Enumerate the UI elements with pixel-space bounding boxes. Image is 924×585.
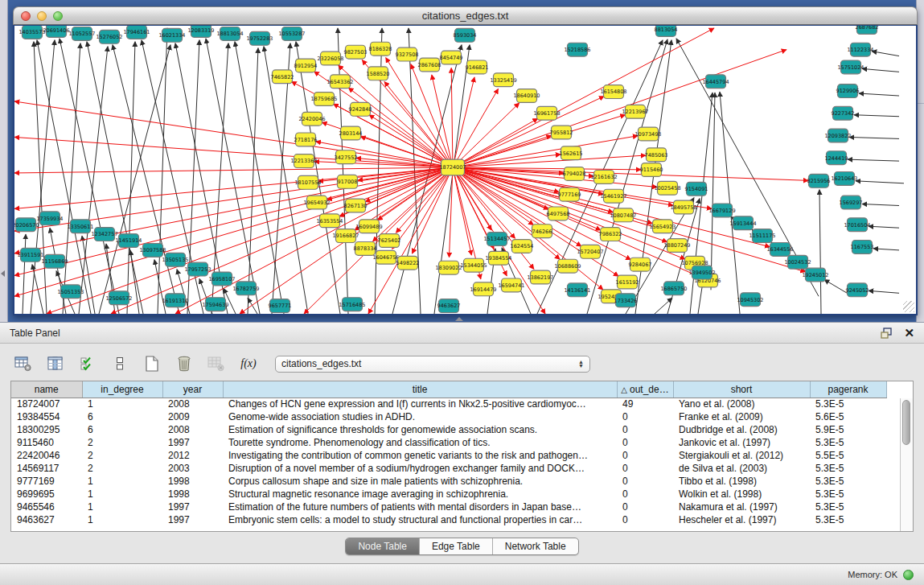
graph-node[interactable]: 19654932 [303,196,330,209]
graph-edge[interactable] [872,51,899,56]
table-cell[interactable]: 9699695 [11,488,82,501]
graph-node[interactable]: 7955812 [550,126,573,139]
graph-node[interactable]: 1562615 [560,146,583,160]
graph-node[interactable]: 11451914 [115,234,142,248]
graph-node[interactable]: 9827503 [344,45,368,59]
table-cell[interactable]: 0 [617,462,673,475]
table-cell[interactable]: 5.6E-5 [810,410,886,423]
graph-node[interactable]: 2867608 [418,58,441,72]
delete-table-icon[interactable] [206,354,227,373]
graph-node[interactable]: 16914479 [470,282,496,296]
table-cell[interactable]: Tibbo et al. (1998) [673,475,810,488]
graph-node[interactable]: 15654923 [649,220,676,233]
column-header-year[interactable]: year [162,381,223,398]
graph-node[interactable]: 12342757 [91,228,117,241]
graph-node[interactable]: 3427552 [335,150,358,164]
graph-node[interactable]: 17946161 [123,26,150,39]
graph-edge[interactable] [14,137,453,167]
graph-node[interactable]: 9227342 [832,106,855,120]
graph-node[interactable]: 15751024 [837,60,864,74]
graph-node[interactable]: 917008 [338,175,358,188]
graph-node[interactable]: 10973493 [634,127,661,141]
table-cell[interactable]: Dudbridge et al. (2008) [673,423,810,436]
graph-edge[interactable] [856,181,904,183]
close-window-icon[interactable] [21,11,31,21]
graph-node[interactable]: 15913444 [729,216,756,230]
graph-node[interactable]: 13505135 [162,253,188,266]
graph-node[interactable]: 15461927 [600,189,626,203]
graph-edge[interactable] [720,92,740,314]
graph-edge[interactable] [14,167,453,208]
table-cell[interactable]: Investigating the contribution of common… [223,449,617,462]
graph-node[interactable]: 16344556 [766,242,793,256]
graph-node[interactable]: 7625402 [378,234,401,248]
graph-node[interactable]: 8267130 [344,199,368,212]
graph-node[interactable]: 9154091 [685,182,708,196]
scrollbar-thumb[interactable] [902,400,910,445]
row-height-icon[interactable] [109,354,130,373]
graph-node[interactable]: 8813054 [655,26,678,36]
graph-edge[interactable] [450,167,453,257]
graph-node[interactable]: 2687682 [856,26,879,34]
graph-node[interactable]: 17594639 [202,298,228,311]
graph-node[interactable]: 18309022 [435,261,462,274]
graph-node[interactable]: 12213363 [290,154,317,168]
table-cell[interactable]: 0 [617,449,673,462]
graph-node[interactable]: 9115460 [640,163,663,177]
graph-edge[interactable] [50,228,66,314]
table-cell[interactable]: 0 [617,436,673,449]
table-cell[interactable]: 18300295 [11,423,82,436]
table-options-icon[interactable] [13,354,34,373]
graph-node[interactable]: 16958107 [208,272,235,286]
resize-grip[interactable] [903,301,914,312]
table-cell[interactable]: Estimation of the future numbers of pati… [223,501,617,513]
table-cell[interactable]: 9115460 [11,436,82,449]
graph-edge[interactable] [338,28,348,314]
column-header-pagerank[interactable]: pagerank [810,381,886,398]
tab-edge-table[interactable]: Edge Table [420,538,493,554]
table-cell[interactable]: 2009 [162,410,223,423]
table-row[interactable]: 969969511998Structural magnetic resonanc… [11,488,886,501]
table-cell[interactable]: Estimation of significance thresholds fo… [223,423,617,436]
table-cell[interactable]: 2 [82,436,162,449]
graph-edge[interactable] [819,190,821,314]
table-cell[interactable]: Structural magnetic resonance image aver… [223,488,617,501]
graph-node[interactable]: 8912954 [294,59,318,72]
graph-node[interactable]: 20206570 [14,218,39,232]
graph-node[interactable]: 13949502 [688,266,715,279]
graph-node[interactable]: 18724007 [439,159,466,175]
column-header-in_degree[interactable]: in_degree [82,381,162,398]
graph-node[interactable]: 16679129 [708,204,735,217]
graph-edge[interactable] [862,204,899,206]
graph-node[interactable]: 9284067 [629,257,652,271]
graph-node[interactable]: 19166827 [332,229,359,243]
float-panel-icon[interactable] [881,328,893,339]
graph-node[interactable]: 8878334 [354,242,377,256]
graph-edge[interactable] [711,93,715,290]
table-cell[interactable]: Nakamura et al. (1997) [673,501,810,513]
graph-node[interactable]: 13097588 [139,243,166,257]
graph-node[interactable]: 8593034 [454,28,477,42]
table-cell[interactable]: 2003 [162,462,223,475]
table-cell[interactable]: 0 [617,501,673,513]
table-cell[interactable]: 5.3E-5 [810,488,886,501]
graph-node[interactable]: 18107554 [294,175,321,189]
graph-node[interactable]: 746266 [532,225,552,238]
graph-node[interactable]: 19384554 [485,251,511,265]
table-cell[interactable]: 5.3E-5 [810,475,886,488]
graph-node[interactable]: 12506572 [105,291,132,305]
graph-node[interactable]: 16445794 [702,75,729,89]
graph-node[interactable]: 1588520 [367,67,390,80]
table-cell[interactable]: 9465546 [11,501,82,513]
graph-edge[interactable] [111,167,453,314]
table-cell[interactable]: Jankovic et al. (1997) [673,436,810,449]
graph-node[interactable]: 15276052 [96,30,122,43]
table-cell[interactable]: 5.5E-5 [810,449,886,462]
table-cell[interactable]: 5.3E-5 [810,436,886,449]
graph-node[interactable]: 15218586 [564,43,590,56]
table-cell[interactable]: 0 [617,423,673,436]
tab-network-table[interactable]: Network Table [493,538,578,554]
graph-node[interactable]: 18495758 [670,200,696,214]
column-header-short[interactable]: short [673,381,810,398]
graph-node[interactable]: 9242848 [349,102,372,116]
